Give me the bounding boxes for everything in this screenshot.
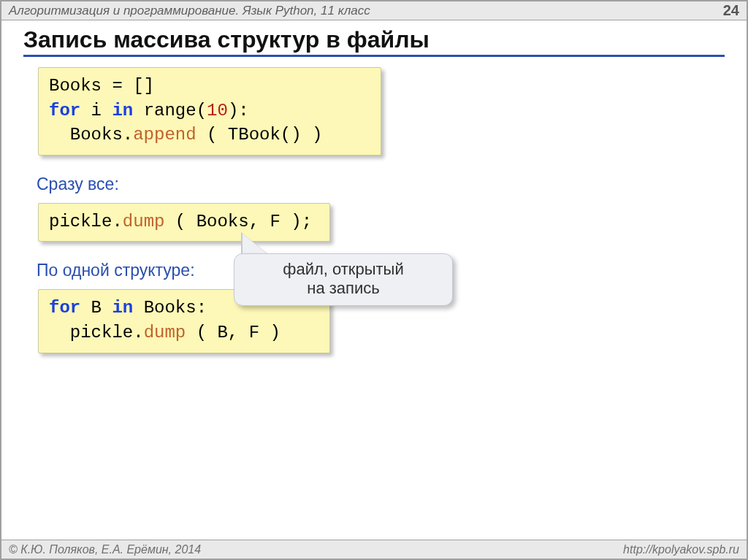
- code-token: Books:: [133, 298, 207, 318]
- code-token: pickle.: [49, 212, 123, 231]
- callout-line: файл, открытый: [243, 260, 443, 279]
- code-method: append: [133, 125, 196, 145]
- code-number: 10: [207, 101, 228, 120]
- slide-header: Алгоритмизация и программирование. Язык …: [1, 1, 747, 20]
- section-label-all: Сразу все:: [37, 174, 725, 194]
- code-token: Books: [49, 76, 102, 96]
- code-token: i: [80, 101, 112, 120]
- code-token: pickle.: [49, 323, 144, 342]
- code-method: dump: [144, 323, 186, 342]
- code-keyword: in: [112, 298, 133, 318]
- slide-content: Запись массива структур в файлы Books = …: [1, 20, 747, 372]
- label-text: По одной структуре: [37, 261, 190, 280]
- code-token: Books.: [49, 125, 133, 145]
- callout-line: на запись: [243, 279, 443, 298]
- code-block-init: Books = [] for i in range(10): Books.app…: [38, 67, 381, 156]
- label-text: Сразу все: [37, 174, 114, 193]
- page-number: 24: [723, 2, 739, 19]
- course-title: Алгоритмизация и программирование. Язык …: [9, 4, 370, 18]
- code-keyword: in: [112, 101, 133, 120]
- code-token: ( B, F ): [186, 323, 280, 342]
- callout-box: файл, открытый на запись: [234, 253, 453, 306]
- footer-copyright: © К.Ю. Поляков, Е.А. Ерёмин, 2014: [9, 543, 201, 556]
- code-token: ( TBook() ): [196, 125, 323, 145]
- code-line: pickle.dump ( B, F ): [49, 321, 319, 345]
- slide-footer: © К.Ю. Поляков, Е.А. Ерёмин, 2014 http:/…: [1, 540, 747, 559]
- code-token: ):: [228, 101, 249, 120]
- footer-url: http://kpolyakov.spb.ru: [623, 543, 739, 556]
- slide-title: Запись массива структур в файлы: [23, 26, 725, 57]
- code-line: for i in range(10):: [49, 99, 370, 123]
- code-token: B: [80, 298, 112, 318]
- code-token: range(: [133, 101, 207, 120]
- code-token: = []: [102, 76, 154, 96]
- code-line: Books = []: [49, 74, 370, 99]
- code-keyword: for: [49, 298, 80, 318]
- code-line: Books.append ( TBook() ): [49, 123, 370, 147]
- code-keyword: for: [49, 101, 80, 120]
- code-method: dump: [123, 212, 165, 231]
- code-block-dump-all: pickle.dump ( Books, F );: [38, 203, 330, 242]
- code-token: ( Books, F );: [164, 212, 312, 231]
